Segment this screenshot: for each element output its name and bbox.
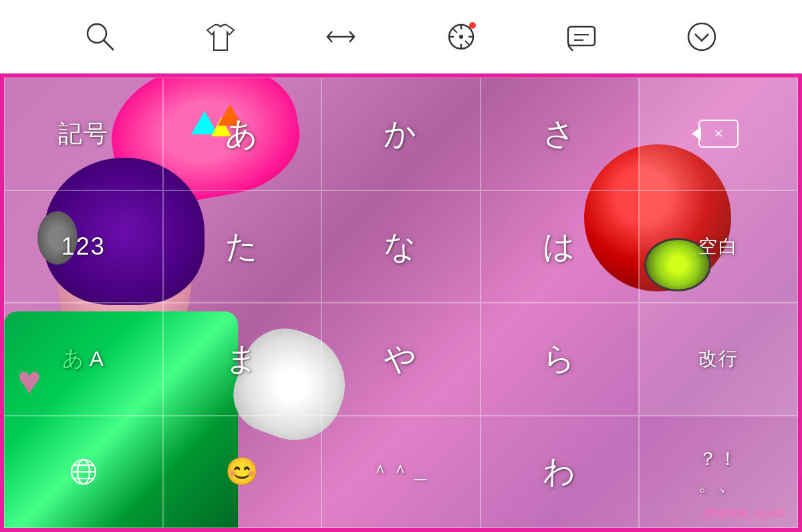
keyboard-grid: 記号 あ か さ × 123 た な は 空白 xyxy=(4,78,798,528)
key-emoji[interactable]: 😊 xyxy=(163,416,322,529)
svg-line-1 xyxy=(104,40,114,50)
key-a[interactable]: あ xyxy=(163,78,322,190)
nav-outfit-button[interactable] xyxy=(200,17,241,57)
nav-search-button[interactable] xyxy=(80,17,120,57)
key-space[interactable]: 空白 xyxy=(639,190,798,303)
key-ra[interactable]: ら xyxy=(481,303,640,416)
nav-explore-button[interactable] xyxy=(441,17,481,57)
key-return[interactable]: 改行 xyxy=(639,303,798,416)
backspace-icon: × xyxy=(698,120,739,148)
key-ma[interactable]: ま xyxy=(163,303,322,416)
notification-badge xyxy=(469,22,476,29)
key-globe[interactable] xyxy=(4,416,163,529)
key-punctuation[interactable]: ？！ 。、 xyxy=(639,416,798,529)
svg-line-9 xyxy=(453,29,457,33)
key-aa[interactable]: あ A xyxy=(4,303,163,416)
key-hat[interactable]: ＾＾＿ xyxy=(321,416,481,529)
svg-point-4 xyxy=(460,35,462,38)
key-wa[interactable]: わ xyxy=(481,416,640,529)
svg-line-10 xyxy=(465,41,469,45)
key-ya[interactable]: や xyxy=(321,303,481,416)
nav-expand-button[interactable] xyxy=(321,17,361,57)
top-navigation xyxy=(0,0,802,74)
keyboard-area: ♥ @azisai_aziazi 記号 あ か さ × 123 た な xyxy=(0,74,802,532)
key-ka[interactable]: か xyxy=(321,78,481,190)
nav-more-button[interactable] xyxy=(682,17,722,57)
nav-messages-button[interactable] xyxy=(561,17,602,57)
key-ta[interactable]: た xyxy=(163,190,322,303)
svg-rect-11 xyxy=(568,27,595,45)
key-kigou[interactable]: 記号 xyxy=(4,78,163,190)
key-ha[interactable]: は xyxy=(481,190,640,303)
key-backspace[interactable]: × xyxy=(639,78,798,190)
svg-point-15 xyxy=(688,23,715,50)
key-sa[interactable]: さ xyxy=(481,78,640,190)
key-123[interactable]: 123 xyxy=(4,190,163,303)
svg-point-0 xyxy=(88,24,106,43)
key-na[interactable]: な xyxy=(321,190,481,303)
